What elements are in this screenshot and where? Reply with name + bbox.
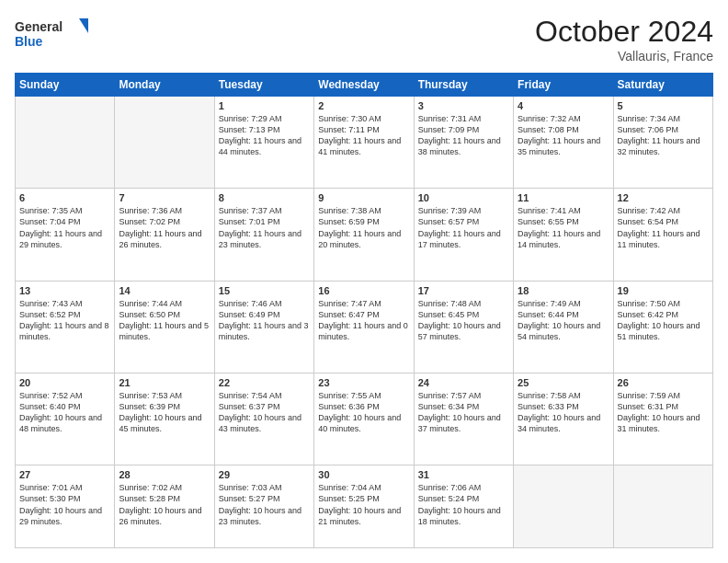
header-wednesday: Wednesday [314,74,414,97]
svg-text:General: General [15,19,63,34]
day-info: Sunrise: 7:58 AMSunset: 6:33 PMDaylight:… [518,390,609,435]
day-number: 19 [618,285,709,296]
day-number: 12 [618,192,709,203]
calendar-cell: 23Sunrise: 7:55 AMSunset: 6:36 PMDayligh… [314,373,414,465]
calendar-cell: 21Sunrise: 7:53 AMSunset: 6:39 PMDayligh… [115,373,214,465]
day-info: Sunrise: 7:36 AMSunset: 7:02 PMDaylight:… [119,205,210,250]
calendar-cell: 17Sunrise: 7:48 AMSunset: 6:45 PMDayligh… [414,281,513,373]
day-info: Sunrise: 7:01 AMSunset: 5:30 PMDaylight:… [19,482,110,527]
header: General Blue October 2024 Vallauris, Fra… [15,15,713,63]
calendar-cell: 4Sunrise: 7:32 AMSunset: 7:08 PMDaylight… [514,97,613,189]
day-number: 16 [318,285,409,296]
day-number: 18 [518,285,609,296]
calendar-cell: 3Sunrise: 7:31 AMSunset: 7:09 PMDaylight… [414,97,513,189]
day-info: Sunrise: 7:03 AMSunset: 5:27 PMDaylight:… [219,482,310,527]
day-info: Sunrise: 7:59 AMSunset: 6:31 PMDaylight:… [618,390,709,435]
day-info: Sunrise: 7:06 AMSunset: 5:24 PMDaylight:… [418,482,509,527]
svg-text:Blue: Blue [15,34,43,49]
day-info: Sunrise: 7:37 AMSunset: 7:01 PMDaylight:… [219,205,310,250]
calendar-cell [16,97,115,189]
day-number: 28 [119,469,210,480]
calendar-header-row: Sunday Monday Tuesday Wednesday Thursday… [16,74,713,97]
calendar-cell: 14Sunrise: 7:44 AMSunset: 6:50 PMDayligh… [115,281,214,373]
svg-marker-2 [79,18,88,33]
day-number: 1 [219,100,310,111]
title-month: October 2024 [535,15,713,49]
day-number: 30 [318,469,409,480]
day-number: 2 [318,100,409,111]
calendar-cell: 16Sunrise: 7:47 AMSunset: 6:47 PMDayligh… [314,281,414,373]
day-info: Sunrise: 7:47 AMSunset: 6:47 PMDaylight:… [318,298,409,343]
day-number: 5 [618,100,709,111]
day-info: Sunrise: 7:04 AMSunset: 5:25 PMDaylight:… [318,482,409,527]
day-info: Sunrise: 7:53 AMSunset: 6:39 PMDaylight:… [119,390,210,435]
calendar-cell: 25Sunrise: 7:58 AMSunset: 6:33 PMDayligh… [514,373,613,465]
day-info: Sunrise: 7:48 AMSunset: 6:45 PMDaylight:… [418,298,509,343]
day-number: 31 [418,469,509,480]
calendar-cell: 7Sunrise: 7:36 AMSunset: 7:02 PMDaylight… [115,189,214,281]
day-number: 25 [518,377,609,388]
title-block: October 2024 Vallauris, France [535,15,713,63]
day-number: 11 [518,192,609,203]
calendar-cell: 30Sunrise: 7:04 AMSunset: 5:25 PMDayligh… [314,465,414,548]
day-info: Sunrise: 7:41 AMSunset: 6:55 PMDaylight:… [518,205,609,250]
calendar-cell: 11Sunrise: 7:41 AMSunset: 6:55 PMDayligh… [514,189,613,281]
calendar-cell: 1Sunrise: 7:29 AMSunset: 7:13 PMDaylight… [214,97,313,189]
day-info: Sunrise: 7:42 AMSunset: 6:54 PMDaylight:… [618,205,709,250]
calendar-cell: 6Sunrise: 7:35 AMSunset: 7:04 PMDaylight… [16,189,115,281]
day-number: 4 [518,100,609,111]
day-info: Sunrise: 7:57 AMSunset: 6:34 PMDaylight:… [418,390,509,435]
calendar-cell [613,465,712,548]
day-info: Sunrise: 7:39 AMSunset: 6:57 PMDaylight:… [418,205,509,250]
day-number: 17 [418,285,509,296]
day-info: Sunrise: 7:31 AMSunset: 7:09 PMDaylight:… [418,113,509,158]
title-location: Vallauris, France [535,49,713,63]
calendar-cell [115,97,214,189]
day-number: 20 [19,377,110,388]
day-number: 6 [19,192,110,203]
calendar-cell: 22Sunrise: 7:54 AMSunset: 6:37 PMDayligh… [214,373,313,465]
calendar-cell: 2Sunrise: 7:30 AMSunset: 7:11 PMDaylight… [314,97,414,189]
day-info: Sunrise: 7:46 AMSunset: 6:49 PMDaylight:… [219,298,310,343]
calendar-cell: 8Sunrise: 7:37 AMSunset: 7:01 PMDaylight… [214,189,313,281]
calendar-cell: 28Sunrise: 7:02 AMSunset: 5:28 PMDayligh… [115,465,214,548]
calendar-cell [514,465,613,548]
calendar-cell: 10Sunrise: 7:39 AMSunset: 6:57 PMDayligh… [414,189,513,281]
calendar-cell: 26Sunrise: 7:59 AMSunset: 6:31 PMDayligh… [613,373,712,465]
day-info: Sunrise: 7:49 AMSunset: 6:44 PMDaylight:… [518,298,609,343]
day-info: Sunrise: 7:52 AMSunset: 6:40 PMDaylight:… [19,390,110,435]
calendar-table: Sunday Monday Tuesday Wednesday Thursday… [15,73,713,548]
calendar-cell: 24Sunrise: 7:57 AMSunset: 6:34 PMDayligh… [414,373,513,465]
day-number: 26 [618,377,709,388]
logo-svg: General Blue [15,15,88,53]
day-info: Sunrise: 7:55 AMSunset: 6:36 PMDaylight:… [318,390,409,435]
day-number: 23 [318,377,409,388]
header-friday: Friday [514,74,613,97]
day-number: 14 [119,285,210,296]
calendar-cell: 13Sunrise: 7:43 AMSunset: 6:52 PMDayligh… [16,281,115,373]
header-thursday: Thursday [414,74,513,97]
day-info: Sunrise: 7:32 AMSunset: 7:08 PMDaylight:… [518,113,609,158]
day-info: Sunrise: 7:54 AMSunset: 6:37 PMDaylight:… [219,390,310,435]
day-number: 13 [19,285,110,296]
day-number: 10 [418,192,509,203]
header-sunday: Sunday [16,74,115,97]
page: General Blue October 2024 Vallauris, Fra… [0,0,728,563]
day-number: 27 [19,469,110,480]
day-info: Sunrise: 7:38 AMSunset: 6:59 PMDaylight:… [318,205,409,250]
day-number: 29 [219,469,310,480]
day-number: 9 [318,192,409,203]
day-number: 21 [119,377,210,388]
day-info: Sunrise: 7:29 AMSunset: 7:13 PMDaylight:… [219,113,310,158]
calendar-cell: 29Sunrise: 7:03 AMSunset: 5:27 PMDayligh… [214,465,313,548]
day-number: 7 [119,192,210,203]
day-number: 3 [418,100,509,111]
header-monday: Monday [115,74,214,97]
day-info: Sunrise: 7:50 AMSunset: 6:42 PMDaylight:… [618,298,709,343]
day-number: 15 [219,285,310,296]
calendar-cell: 27Sunrise: 7:01 AMSunset: 5:30 PMDayligh… [16,465,115,548]
logo: General Blue [15,15,88,53]
header-tuesday: Tuesday [214,74,313,97]
header-saturday: Saturday [613,74,712,97]
calendar-cell: 20Sunrise: 7:52 AMSunset: 6:40 PMDayligh… [16,373,115,465]
